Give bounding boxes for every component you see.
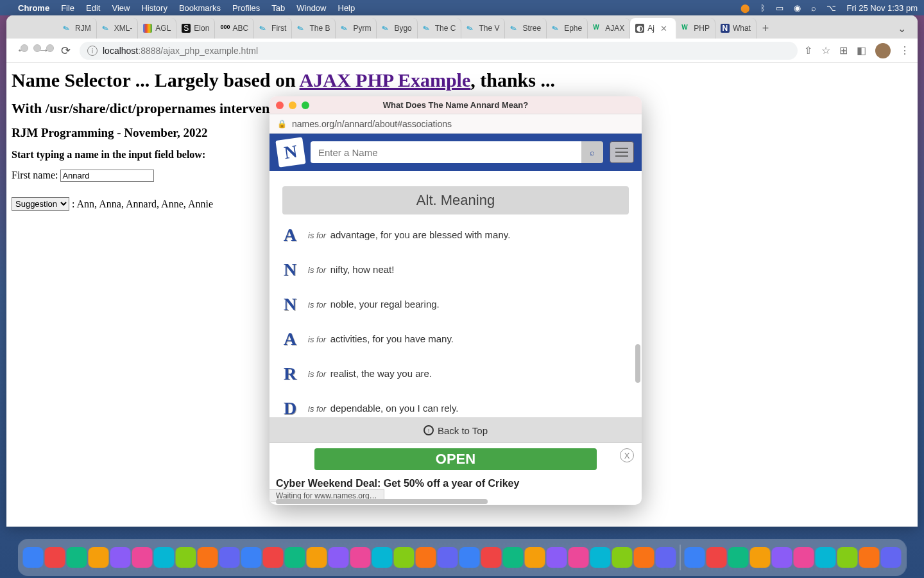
dock-app-icon[interactable] (685, 547, 705, 568)
address-bar[interactable]: i localhost:8888/ajax_php_example.html (80, 42, 798, 60)
dock-app-icon[interactable] (285, 547, 305, 568)
menu-view[interactable]: View (112, 3, 130, 13)
window-minimize-icon[interactable] (33, 44, 41, 52)
window-zoom-icon[interactable] (46, 44, 54, 52)
tab[interactable]: ✎Pyrm (336, 18, 377, 39)
tab[interactable]: ✎Stree (505, 18, 547, 39)
dock-app-icon[interactable] (394, 547, 415, 568)
battery-icon[interactable]: ▭ (776, 3, 783, 13)
dock-app-icon[interactable] (263, 547, 284, 568)
bookmark-icon[interactable]: ☆ (821, 44, 830, 57)
back-to-top-button[interactable]: ↑ Back to Top (270, 417, 642, 443)
menu-tab[interactable]: Tab (271, 3, 285, 13)
popup-url-bar[interactable]: 🔒 names.org/n/annard/about#associations (270, 114, 642, 134)
tab[interactable]: AGL (138, 18, 176, 39)
tab[interactable]: SElon (176, 18, 215, 39)
dock-app-icon[interactable] (503, 547, 524, 568)
names-search-button[interactable]: ⌕ (581, 141, 603, 163)
dock-app-icon[interactable] (634, 547, 654, 568)
dock-app-icon[interactable] (198, 547, 218, 568)
menubar-app[interactable]: Chrome (18, 3, 49, 13)
popup-titlebar[interactable]: What Does The Name Annard Mean? (270, 96, 642, 114)
dock-app-icon[interactable] (416, 547, 436, 568)
tab[interactable]: ✎Ephe (547, 18, 588, 39)
reload-button[interactable]: ⟳ (58, 44, 73, 58)
site-info-icon[interactable]: i (87, 46, 98, 56)
hamburger-menu-button[interactable] (610, 141, 634, 163)
tab[interactable]: WAJAX (588, 18, 630, 39)
extensions-icon[interactable]: ⊞ (839, 44, 848, 57)
menu-history[interactable]: History (141, 3, 167, 13)
menu-bookmarks[interactable]: Bookmarks (179, 3, 221, 13)
tab[interactable]: ✎RJM (58, 18, 97, 39)
tab[interactable]: ✎The V (461, 18, 505, 39)
dock-app-icon[interactable] (154, 547, 175, 568)
dock-app-icon[interactable] (219, 547, 240, 568)
wifi-icon[interactable]: ◉ (794, 3, 801, 13)
menu-file[interactable]: File (61, 3, 74, 13)
popup-scrollbar[interactable] (635, 344, 640, 383)
window-close-icon[interactable] (21, 44, 28, 52)
tab[interactable]: NWhat (715, 18, 757, 39)
ad-close-button[interactable]: X (620, 448, 634, 462)
dock-app-icon[interactable] (176, 547, 196, 568)
dock-app-icon[interactable] (612, 547, 633, 568)
bluetooth-icon[interactable]: ᛒ (760, 3, 766, 13)
dock-app-icon[interactable] (89, 547, 109, 568)
dock-app-icon[interactable] (750, 547, 771, 568)
tab-overflow-icon[interactable]: ⌄ (898, 22, 906, 35)
tab-close-icon[interactable]: ✕ (660, 24, 667, 33)
dock-app-icon[interactable] (438, 547, 458, 568)
dock-app-icon[interactable] (794, 547, 814, 568)
tab[interactable]: ✎XML- (97, 18, 139, 39)
ad-open-button[interactable]: OPEN (314, 448, 597, 470)
dock-app-icon[interactable] (859, 547, 880, 568)
profile-avatar[interactable] (875, 43, 891, 58)
dock-app-icon[interactable] (307, 547, 327, 568)
tab[interactable]: ✎The C (418, 18, 462, 39)
menu-window[interactable]: Window (296, 3, 326, 13)
new-tab-button[interactable]: + (757, 22, 774, 35)
dock-app-icon[interactable] (772, 547, 792, 568)
sidepanel-icon[interactable]: ◧ (857, 44, 866, 57)
dock-app-icon[interactable] (525, 547, 545, 568)
popup-hscrollbar[interactable] (270, 498, 642, 505)
menubar-clock[interactable]: Fri 25 Nov 1:33 pm (846, 3, 918, 13)
tab[interactable]: ✎Bygo (377, 18, 417, 39)
dock-app-icon[interactable] (481, 547, 502, 568)
tab[interactable]: ✎First (254, 18, 292, 39)
dock-app-icon[interactable] (329, 547, 349, 568)
menu-profiles[interactable]: Profiles (232, 3, 260, 13)
firstname-input[interactable] (60, 170, 154, 182)
menu-edit[interactable]: Edit (86, 3, 100, 13)
dock-app-icon[interactable] (728, 547, 749, 568)
dock-app-icon[interactable] (816, 547, 836, 568)
dock-app-icon[interactable] (656, 547, 676, 568)
dock-app-icon[interactable] (590, 547, 611, 568)
dock-app-icon[interactable] (706, 547, 727, 568)
dock-app-icon[interactable] (459, 547, 480, 568)
names-search-input[interactable] (311, 141, 581, 163)
tab-active[interactable]: ◐Aj✕ (630, 18, 676, 39)
tab[interactable]: WPHP (676, 18, 715, 39)
ajax-example-link[interactable]: AJAX PHP Example (300, 69, 471, 91)
menu-help[interactable]: Help (338, 3, 355, 13)
dock-app-icon[interactable] (241, 547, 262, 568)
dock-app-icon[interactable] (67, 547, 87, 568)
tab[interactable]: ✎The B (292, 18, 336, 39)
dock-app-icon[interactable] (350, 547, 371, 568)
dock-app-icon[interactable] (132, 547, 153, 568)
dock-app-icon[interactable] (45, 547, 65, 568)
dock-app-icon[interactable] (372, 547, 393, 568)
control-center-icon[interactable]: ⌥ (826, 3, 836, 13)
chrome-menu-icon[interactable]: ⋮ (900, 44, 910, 57)
dock-app-icon[interactable] (881, 547, 902, 568)
dock-app-icon[interactable] (547, 547, 567, 568)
suggestion-select[interactable]: Suggestion (12, 197, 69, 211)
spotlight-icon[interactable]: ⌕ (811, 3, 816, 13)
dock-app-icon[interactable] (837, 547, 858, 568)
dock-app-icon[interactable] (110, 547, 131, 568)
mamp-icon[interactable]: ⬤ (740, 3, 750, 13)
share-icon[interactable]: ⇧ (804, 44, 812, 57)
dock-app-icon[interactable] (23, 547, 44, 568)
